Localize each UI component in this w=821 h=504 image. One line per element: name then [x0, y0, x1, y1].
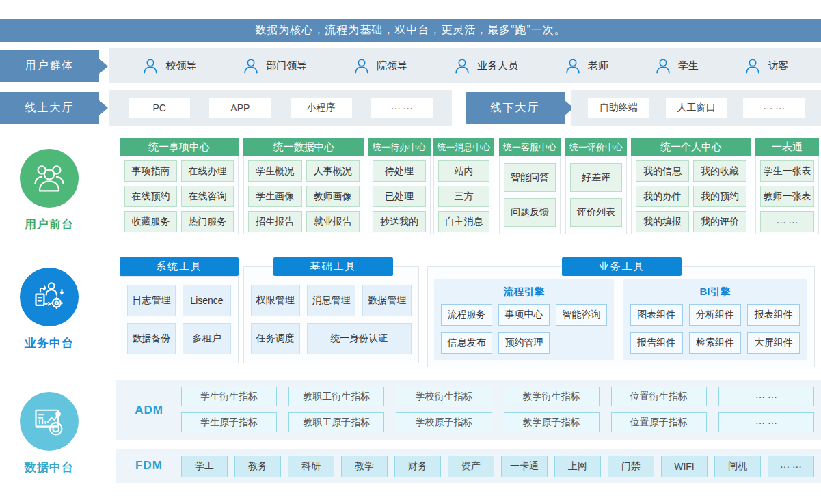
person-icon — [353, 57, 371, 75]
user-group-item: 老师 — [564, 57, 608, 75]
person-icon — [242, 57, 260, 75]
user-group-name: 院领导 — [377, 59, 407, 72]
engine-chip: 预约管理 — [498, 332, 550, 354]
frontend-section-title: 用户前台 — [20, 216, 79, 232]
module-chip: 我的信息 — [636, 160, 689, 182]
person-icon — [142, 57, 159, 75]
indicator-chip: 位置原子指标 — [611, 412, 707, 432]
adm-label: ADM — [122, 404, 176, 417]
module-chip: 我的收藏 — [693, 160, 746, 182]
unified-service-center: 统一客服中心 智能问答问题反馈 — [499, 138, 561, 234]
slogan-banner: 数据为核心，流程为基础，双中台，更灵活，最多“跑”一次。 — [0, 19, 821, 42]
user-group-item: 院领导 — [353, 57, 407, 75]
online-channel-chip: 小程序 — [291, 98, 352, 118]
engine-chip: 报告组件 — [630, 332, 683, 354]
module-chip: ··· ··· — [760, 211, 814, 232]
module-chip: 抄送我的 — [373, 211, 426, 232]
module-chip: 自主消息 — [438, 211, 489, 232]
unified-identity-chip: 统一身份认证 — [307, 323, 412, 354]
unified-matter-center: 统一事项中心 事项指南在线办理在线预约在线咨询收藏服务热门服务 — [120, 138, 239, 234]
module-chip: 收藏服务 — [124, 211, 177, 232]
module-chip: 在线办理 — [181, 160, 234, 182]
online-hall-label: 线上大厅 — [0, 92, 99, 124]
indicator-chip: 教学衍生指标 — [504, 387, 600, 406]
person-icon — [654, 57, 672, 75]
person-icon — [453, 57, 471, 75]
user-group-name: 访客 — [768, 59, 788, 72]
source-chip: 学工 — [181, 456, 228, 477]
fdm-label: FDM — [122, 459, 176, 473]
fdm-sources-row: 学工教务科研教学财务资产一卡通上网门禁WIFI闸机··· ··· — [181, 456, 814, 477]
bi-engine-title: BI引擎 — [623, 279, 807, 304]
base-tools-panel: 权限管理消息管理数据管理任务调度 统一身份认证 — [243, 266, 419, 363]
module-chip: 我的评价 — [693, 211, 746, 232]
source-chip: ··· ··· — [768, 456, 814, 477]
indicator-chip: 位置衍生指标 — [611, 387, 707, 406]
business-section-title: 业务中台 — [20, 335, 79, 351]
frontend-section-badge: 用户前台 — [20, 149, 79, 232]
module-chip: 学生一张表 — [760, 160, 814, 182]
module-chip: 人事概况 — [306, 160, 360, 182]
user-group-item: 业务人员 — [453, 57, 518, 75]
engine-chip: 报表组件 — [747, 304, 800, 326]
module-chip: 热门服务 — [181, 211, 234, 232]
user-group-item: 部门领导 — [242, 57, 307, 75]
module-chip: 站内 — [438, 160, 489, 182]
tool-chip: 权限管理 — [251, 285, 300, 316]
engine-chip: 流程服务 — [441, 304, 492, 326]
source-chip: 资产 — [448, 456, 494, 477]
indicator-chip: ··· ··· — [718, 412, 814, 432]
column-header: 统一客服中心 — [499, 138, 561, 156]
indicator-chip: 教职工衍生指标 — [288, 387, 384, 406]
tool-chip: Lisence — [183, 285, 231, 316]
source-chip: 一卡通 — [501, 456, 548, 477]
online-channel-chip: PC — [129, 98, 190, 118]
flow-engine-panel: 流程引擎 流程服务事项中心智能咨询信息发布预约管理 — [434, 279, 614, 360]
column-header: 统一事项中心 — [120, 138, 239, 156]
module-chip: 就业报告 — [306, 211, 360, 232]
online-channel-chip: APP — [209, 98, 271, 118]
module-chip: 在线咨询 — [181, 186, 234, 207]
tool-chip: 日志管理 — [127, 285, 176, 316]
adm-derived-row: 学生衍生指标教职工衍生指标学校衍生指标教学衍生指标位置衍生指标··· ··· — [181, 387, 814, 406]
engine-chip: 信息发布 — [441, 332, 492, 354]
unified-message-center: 统一消息中心 站内三方自主消息 — [433, 138, 494, 234]
module-chip: 教师画像 — [306, 186, 360, 207]
user-group-name: 部门领导 — [266, 59, 307, 72]
indicator-chip: 学生衍生指标 — [181, 387, 277, 406]
engine-chip: 图表组件 — [630, 304, 683, 326]
source-chip: 财务 — [394, 456, 441, 477]
system-tools-panel: 日志管理Lisence数据备份多租户 — [120, 276, 239, 363]
online-channel-chip: ··· ··· — [371, 98, 433, 118]
engine-chip: 检索组件 — [689, 332, 742, 354]
user-group-name: 学生 — [678, 59, 699, 72]
module-chip: 我的预约 — [693, 186, 746, 207]
module-chip: 问题反馈 — [504, 198, 556, 227]
module-chip: 智能问答 — [504, 163, 556, 192]
module-chip: 招生报告 — [248, 211, 302, 232]
indicator-chip: 学校原子指标 — [396, 412, 492, 432]
data-section-badge: 数据中台 — [20, 392, 79, 475]
user-group-item: 访客 — [744, 57, 788, 75]
column-header: 一表通 — [755, 138, 819, 156]
engine-chip: 事项中心 — [498, 304, 550, 326]
tool-chip: 消息管理 — [307, 285, 356, 316]
diagram-canvas: { "banner": { "text": "数据为核心，流程为基础，双中台，更… — [0, 0, 821, 504]
source-chip: 教学 — [341, 456, 388, 477]
module-chip: 我的办件 — [636, 186, 689, 207]
business-section-badge: 业务中台 — [20, 268, 79, 351]
user-groups-row: 校领导 部门领导 院领导 业务人员 老师 学生 — [109, 48, 821, 83]
one-table-center: 一表通 学生一张表教师一张表··· ··· — [755, 138, 819, 234]
flow-engine-title: 流程引擎 — [434, 279, 614, 304]
column-header: 统一个人中心 — [631, 138, 751, 156]
module-chip: 评价列表 — [570, 198, 622, 227]
source-chip: 科研 — [288, 456, 334, 477]
indicator-chip: 教学原子指标 — [504, 412, 600, 432]
source-chip: 门禁 — [608, 456, 654, 477]
unified-personal-center: 统一个人中心 我的信息我的收藏我的办件我的预约我的填报我的评价 — [631, 138, 751, 234]
user-groups-label: 用户群体 — [0, 50, 99, 82]
user-group-name: 业务人员 — [477, 59, 518, 72]
offline-channel-chip: 人工窗口 — [666, 98, 727, 118]
column-header: 统一消息中心 — [433, 138, 494, 156]
unified-todo-center: 统一待办中心 待处理已处理抄送我的 — [368, 138, 431, 234]
